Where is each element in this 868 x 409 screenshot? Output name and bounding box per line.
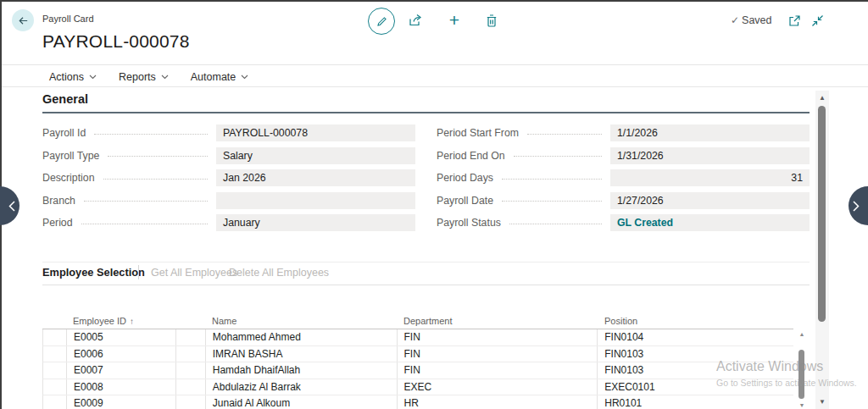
branch-input[interactable] xyxy=(216,192,415,209)
delete-button[interactable] xyxy=(484,13,499,28)
page-title: PAYROLL-000078 xyxy=(42,31,190,52)
cell-employee-id[interactable]: E0008 xyxy=(67,379,176,395)
table-scrollbar[interactable]: ▲ ▼ xyxy=(796,329,808,409)
scroll-up-icon[interactable]: ▲ xyxy=(815,94,829,102)
cell-department[interactable]: FIN xyxy=(398,362,598,379)
cell-department[interactable]: FIN xyxy=(398,329,598,345)
dotted-leader xyxy=(514,156,602,157)
period-days-input[interactable]: 31 xyxy=(610,169,810,186)
column-header-label: Position xyxy=(604,316,637,326)
column-header-department[interactable]: Department xyxy=(397,313,598,329)
general-section-heading: General xyxy=(42,92,88,106)
cell-name[interactable]: Mohammed Ahmed xyxy=(206,329,398,345)
cell-department[interactable]: HR xyxy=(398,395,598,409)
cell-position[interactable]: EXEC0101 xyxy=(598,379,793,395)
open-in-new-window-button[interactable] xyxy=(787,13,802,28)
row-gutter[interactable] xyxy=(43,395,67,409)
plus-icon: + xyxy=(449,11,459,30)
page-scrollbar-thumb[interactable] xyxy=(818,106,826,322)
scroll-down-icon[interactable]: ▼ xyxy=(796,402,808,408)
table-row[interactable]: E0005 Mohammed Ahmed FIN FIN0104 xyxy=(42,329,793,346)
arrow-left-icon xyxy=(17,14,30,27)
new-button[interactable]: + xyxy=(446,10,463,30)
cell-name[interactable]: Abdulaziz Al Barrak xyxy=(206,379,398,395)
table-row[interactable]: E0008 Abdulaziz Al Barrak EXEC EXEC0101 xyxy=(42,379,793,396)
table-row[interactable]: E0009 Junaid Al Alkoum HR HR0101 xyxy=(42,395,793,409)
employee-selection-heading: Employee Selection xyxy=(42,266,145,279)
cell-position[interactable]: FIN0103 xyxy=(598,346,793,362)
employee-section-divider xyxy=(138,265,139,279)
menu-automate[interactable]: Automate xyxy=(191,69,249,86)
period-input[interactable]: January xyxy=(216,214,415,231)
payroll-status-value[interactable]: GL Created xyxy=(610,214,810,231)
chevron-down-icon xyxy=(161,75,169,80)
table-scrollbar-thumb[interactable] xyxy=(798,350,804,399)
row-gutter[interactable] xyxy=(43,379,67,395)
sort-ascending-icon: ↑ xyxy=(130,317,134,326)
field-period: Period January xyxy=(42,214,415,231)
row-gutter[interactable] xyxy=(43,362,67,379)
scroll-up-icon[interactable]: ▲ xyxy=(796,331,808,337)
field-label: Payroll Id xyxy=(42,127,86,139)
cell-name[interactable]: Hamdah DhaifAllah xyxy=(206,362,398,379)
menu-reports-label: Reports xyxy=(119,71,156,83)
dotted-leader xyxy=(81,224,208,224)
cell-employee-id[interactable]: E0005 xyxy=(67,329,176,345)
table-row[interactable]: E0006 IMRAN BASHA FIN FIN0103 xyxy=(42,346,793,363)
column-header-employee-id[interactable]: Employee ID ↑ xyxy=(66,313,175,329)
column-header-position[interactable]: Position xyxy=(598,313,793,329)
payroll-date-input[interactable]: 1/27/2026 xyxy=(610,192,810,209)
cell-position[interactable]: FIN0104 xyxy=(598,329,793,345)
cell-spacer xyxy=(176,379,206,395)
collapse-page-button[interactable] xyxy=(810,13,825,28)
payroll-type-input[interactable]: Salary xyxy=(216,147,415,164)
cell-department[interactable]: EXEC xyxy=(398,379,598,395)
scroll-down-icon[interactable]: ▼ xyxy=(815,398,829,406)
table-row[interactable]: E0007 Hamdah DhaifAllah FIN FIN0103 xyxy=(42,362,793,379)
cell-spacer xyxy=(176,346,206,362)
row-gutter[interactable] xyxy=(43,329,67,345)
share-button[interactable] xyxy=(408,13,423,28)
column-header-label: Employee ID xyxy=(73,316,126,326)
dotted-leader xyxy=(527,134,602,135)
collapse-diagonal-icon xyxy=(810,14,825,28)
cell-employee-id[interactable]: E0006 xyxy=(67,346,176,362)
cell-position[interactable]: FIN0103 xyxy=(598,362,793,379)
period-start-from-input[interactable]: 1/1/2026 xyxy=(610,124,810,141)
edit-button[interactable] xyxy=(368,8,395,35)
cell-employee-id[interactable]: E0007 xyxy=(67,362,176,379)
description-input[interactable]: Jan 2026 xyxy=(216,169,415,186)
column-header-name[interactable]: Name xyxy=(205,313,397,329)
nav-next-record-button[interactable] xyxy=(849,186,868,225)
cell-department[interactable]: FIN xyxy=(398,346,598,362)
share-icon xyxy=(408,13,423,28)
period-end-on-input[interactable]: 1/31/2026 xyxy=(610,147,810,164)
back-button[interactable] xyxy=(12,9,34,31)
page-scrollbar[interactable]: ▲ ▼ xyxy=(815,91,829,409)
saved-label: Saved xyxy=(742,14,771,26)
field-label: Description xyxy=(42,172,95,184)
header-divider xyxy=(0,64,868,65)
column-header-label: Name xyxy=(212,316,236,326)
nav-previous-record-button[interactable] xyxy=(0,186,19,225)
cell-position[interactable]: HR0101 xyxy=(598,395,793,409)
field-description: Description Jan 2026 xyxy=(42,169,415,186)
delete-all-employees-button[interactable]: Delete All Employees xyxy=(229,267,329,279)
menu-reports[interactable]: Reports xyxy=(119,69,169,86)
get-all-employees-button[interactable]: Get All Employees xyxy=(151,267,237,279)
menu-actions[interactable]: Actions xyxy=(49,69,97,86)
payroll-id-input[interactable]: PAYROLL-000078 xyxy=(216,124,415,141)
chevron-right-icon xyxy=(853,201,860,212)
dotted-leader xyxy=(94,134,208,135)
field-branch: Branch xyxy=(42,192,415,209)
page-caption: Payroll Card xyxy=(42,14,94,24)
field-payroll-date: Payroll Date 1/27/2026 xyxy=(437,192,810,209)
field-label: Period Days xyxy=(437,172,493,184)
row-gutter[interactable] xyxy=(43,346,67,362)
cell-employee-id[interactable]: E0009 xyxy=(67,395,176,409)
cell-name[interactable]: IMRAN BASHA xyxy=(206,346,398,362)
row-gutter-header xyxy=(42,313,66,329)
menubar-divider xyxy=(0,86,868,87)
cell-name[interactable]: Junaid Al Alkoum xyxy=(206,395,398,409)
field-label: Period End On xyxy=(437,150,505,162)
